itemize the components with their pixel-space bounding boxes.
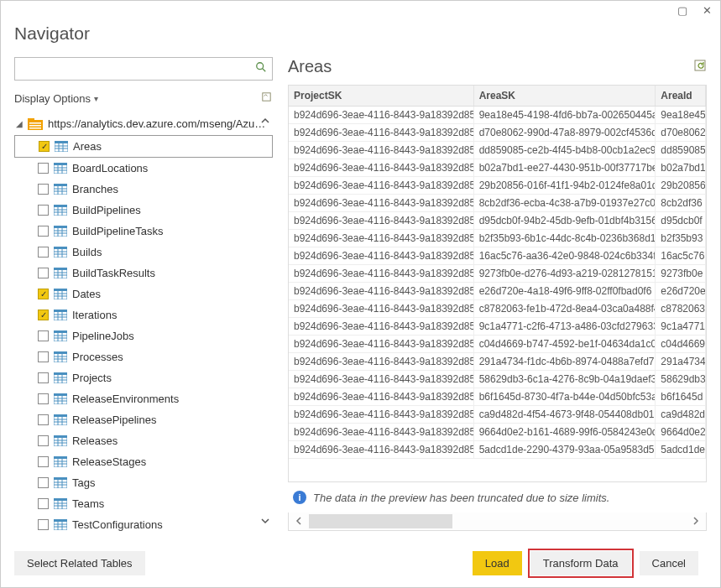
table-cell: 9c1a4771: [656, 318, 706, 335]
tree-item[interactable]: ✓Areas: [14, 135, 273, 158]
table-row[interactable]: b924d696-3eae-4116-8443-9a18392d8544b02a…: [289, 159, 706, 177]
table-row[interactable]: b924d696-3eae-4116-8443-9a18392d85449ea1…: [289, 107, 706, 124]
checkbox[interactable]: [38, 247, 49, 258]
checkbox[interactable]: [38, 163, 49, 174]
svg-rect-87: [54, 414, 67, 417]
svg-rect-81: [54, 393, 67, 396]
tree-item[interactable]: Builds: [14, 242, 273, 263]
tree-item[interactable]: BuildPipelines: [14, 200, 273, 221]
checkbox[interactable]: [38, 205, 49, 216]
tree-item-label: ReleaseEnvironments: [72, 393, 179, 405]
table-cell: b2f35b93-6b1c-44dc-8c4b-0236b368d18f: [474, 230, 656, 247]
table-row[interactable]: b924d696-3eae-4116-8443-9a18392d8544c878…: [289, 300, 706, 318]
transform-data-button[interactable]: Transform Data: [530, 551, 631, 575]
scrollbar-thumb[interactable]: [309, 514, 452, 528]
table-row[interactable]: b924d696-3eae-4116-8443-9a18392d85448cb2…: [289, 195, 706, 212]
table-row[interactable]: b924d696-3eae-4116-8443-9a18392d854429b2…: [289, 177, 706, 195]
column-header[interactable]: ProjectSK: [289, 86, 474, 106]
scroll-left-icon[interactable]: [289, 516, 309, 528]
checkbox[interactable]: [38, 184, 49, 195]
checkbox[interactable]: [38, 498, 49, 509]
table-row[interactable]: b924d696-3eae-4116-8443-9a18392d85445adc…: [289, 441, 706, 459]
scrollbar-track[interactable]: [309, 513, 686, 530]
tree-item[interactable]: Branches: [14, 179, 273, 200]
collapse-icon[interactable]: ◢: [16, 119, 23, 128]
tree-item[interactable]: BuildTaskResults: [14, 263, 273, 284]
column-header[interactable]: AreaId: [656, 86, 706, 106]
checkbox[interactable]: ✓: [38, 310, 49, 320]
checkbox[interactable]: [38, 393, 49, 404]
table-row[interactable]: b924d696-3eae-4116-8443-9a18392d8544ca9d…: [289, 406, 706, 424]
datasource-icon: [28, 118, 43, 130]
horizontal-scrollbar[interactable]: [288, 513, 707, 531]
cancel-button[interactable]: Cancel: [640, 551, 698, 575]
table-row[interactable]: b924d696-3eae-4116-8443-9a18392d8544291a…: [289, 353, 706, 371]
tree-item-label: BuildPipelines: [72, 204, 141, 216]
table-cell: 58629db3: [656, 371, 706, 388]
table-row[interactable]: b924d696-3eae-4116-8443-9a18392d8544d95d…: [289, 212, 706, 230]
tree-item[interactable]: Tags: [14, 472, 273, 493]
tree-item[interactable]: ReleasePipelines: [14, 409, 273, 430]
tree-item[interactable]: Projects: [14, 367, 273, 388]
table-cell: b924d696-3eae-4116-8443-9a18392d8544: [289, 353, 474, 370]
table-row[interactable]: b924d696-3eae-4116-8443-9a18392d854416ac…: [289, 247, 706, 265]
checkbox[interactable]: [38, 226, 49, 237]
table-row[interactable]: b924d696-3eae-4116-8443-9a18392d85445862…: [289, 371, 706, 388]
tree-item[interactable]: TestConfigurations: [14, 514, 273, 531]
search-icon[interactable]: [250, 61, 272, 76]
table-icon: [54, 205, 67, 216]
preview-pane: Areas ProjectSK AreaSK AreaId b924d696-3…: [288, 57, 707, 531]
tree-item[interactable]: Processes: [14, 346, 273, 367]
table-cell: d70e8062-990d-47a8-8979-002cf4536db2: [474, 124, 656, 141]
tree-item[interactable]: BuildPipelineTasks: [14, 221, 273, 242]
checkbox[interactable]: [38, 435, 49, 446]
checkbox[interactable]: [38, 330, 49, 341]
svg-rect-69: [54, 351, 67, 354]
checkbox[interactable]: [38, 519, 49, 530]
table-cell: b924d696-3eae-4116-8443-9a18392d8544: [289, 441, 474, 458]
tree-item[interactable]: ReleaseEnvironments: [14, 388, 273, 409]
table-row[interactable]: b924d696-3eae-4116-8443-9a18392d85449c1a…: [289, 318, 706, 336]
close-icon[interactable]: ✕: [703, 4, 712, 17]
tree-item[interactable]: Releases: [14, 430, 273, 451]
scroll-up-icon[interactable]: [259, 116, 271, 127]
checkbox[interactable]: ✓: [38, 289, 49, 299]
table-row[interactable]: b924d696-3eae-4116-8443-9a18392d8544dd85…: [289, 142, 706, 159]
preview-refresh-icon[interactable]: [693, 59, 707, 75]
load-button[interactable]: Load: [473, 551, 522, 575]
tree-item[interactable]: Teams: [14, 493, 273, 514]
select-related-tables-button[interactable]: Select Related Tables: [14, 551, 145, 575]
column-header[interactable]: AreaSK: [474, 86, 656, 106]
search-box[interactable]: [14, 57, 273, 81]
search-input[interactable]: [15, 60, 250, 79]
checkbox[interactable]: ✓: [39, 141, 50, 152]
checkbox[interactable]: [38, 372, 49, 383]
table-cell: 9ea18e45: [656, 107, 706, 123]
checkbox[interactable]: [38, 477, 49, 488]
tree-root[interactable]: ◢ https://analytics.dev.azure.com/mseng/…: [14, 112, 273, 135]
display-options-dropdown[interactable]: Display Options ▾: [14, 92, 98, 105]
tree-item[interactable]: BoardLocations: [14, 158, 273, 179]
table-row[interactable]: b924d696-3eae-4116-8443-9a18392d8544b2f3…: [289, 230, 706, 247]
table-row[interactable]: b924d696-3eae-4116-8443-9a18392d8544c04d…: [289, 336, 706, 353]
table-icon: [54, 289, 67, 299]
checkbox[interactable]: [38, 456, 49, 467]
table-cell: b924d696-3eae-4116-8443-9a18392d8544: [289, 230, 474, 247]
tree-item[interactable]: PipelineJobs: [14, 325, 273, 346]
table-row[interactable]: b924d696-3eae-4116-8443-9a18392d85449273…: [289, 265, 706, 283]
table-row[interactable]: b924d696-3eae-4116-8443-9a18392d8544d70e…: [289, 124, 706, 142]
table-row[interactable]: b924d696-3eae-4116-8443-9a18392d85449664…: [289, 424, 706, 441]
scroll-right-icon[interactable]: [686, 516, 706, 528]
checkbox[interactable]: [38, 351, 49, 362]
checkbox[interactable]: [38, 414, 49, 425]
checkbox[interactable]: [38, 268, 49, 278]
scroll-down-icon[interactable]: [259, 516, 271, 528]
table-row[interactable]: b924d696-3eae-4116-8443-9a18392d8544b6f1…: [289, 388, 706, 406]
tree-item[interactable]: ReleaseStages: [14, 451, 273, 472]
tree-item[interactable]: ✓Dates: [14, 284, 273, 304]
tree-item[interactable]: ✓Iterations: [14, 304, 273, 325]
refresh-icon[interactable]: [260, 91, 273, 106]
svg-rect-57: [54, 310, 67, 312]
maximize-icon[interactable]: ▢: [677, 4, 687, 17]
table-row[interactable]: b924d696-3eae-4116-8443-9a18392d8544e26d…: [289, 283, 706, 300]
